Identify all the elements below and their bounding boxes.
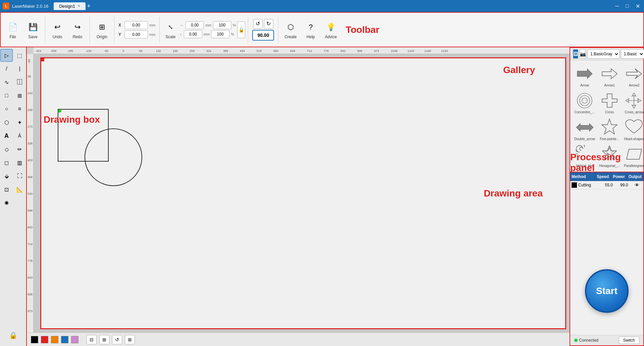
tab-close[interactable]: × [78, 4, 80, 8]
file-icon: 📄 [6, 20, 19, 34]
gallery-item-heart[interactable]: Heart-shaped [623, 117, 644, 142]
frames-btn[interactable]: ⊡ [0, 183, 13, 196]
svg-text:38: 38 [28, 75, 31, 78]
arrow-shape [576, 64, 594, 83]
svg-text:598: 598 [28, 209, 33, 212]
color-red[interactable] [41, 336, 48, 343]
gallery-dropdown-1[interactable]: 1.BasicGray [587, 49, 620, 59]
cross-arrow-shape [625, 91, 643, 110]
help-tool[interactable]: ? Help [301, 19, 320, 41]
design-tab[interactable]: Design1 × [54, 2, 86, 10]
svg-text:663: 663 [28, 226, 33, 229]
svg-text:259: 259 [190, 49, 195, 53]
tool-row-3: ∿ ⿰ [0, 75, 26, 89]
reset-btn[interactable]: ↺ [112, 335, 122, 344]
tool-row-4: □ ⊞ [0, 89, 26, 102]
color-blue[interactable] [61, 336, 68, 343]
x-row: X mm [118, 21, 155, 29]
curve-tool-btn[interactable]: ∿ [0, 76, 13, 89]
undo-tool[interactable]: ↩ Undo [48, 19, 67, 41]
gallery-item-arrow2[interactable]: Arrow2 [623, 63, 644, 89]
canvas-wrapper: -65 38 143 208 273 338 403 468 533 598 6… [27, 54, 570, 333]
lock-btn[interactable]: 🔒 [237, 21, 245, 38]
import-btn[interactable]: ⛶ [13, 170, 26, 182]
text-path-btn[interactable]: Ā [13, 129, 26, 142]
switch-button[interactable]: Switch [619, 337, 639, 344]
polygon-tool-btn[interactable]: ⬡ [0, 116, 13, 129]
concentric-shape [576, 91, 594, 110]
drawing-area[interactable]: Drawing box Drawing area [34, 54, 570, 333]
scale-tool[interactable]: ⤡ Scale [162, 20, 178, 40]
rotate-cw-btn[interactable]: ↻ [264, 19, 273, 28]
tool-row-1: ▷ ⬚ [0, 49, 26, 62]
text-tool-btn[interactable]: A [0, 129, 13, 142]
color-black[interactable] [31, 336, 38, 343]
fit-page-btn[interactable]: ⊟ [87, 335, 97, 344]
fill-tool-btn[interactable]: ▥ [13, 156, 26, 169]
copy-tool-btn[interactable]: ⿰ [13, 76, 26, 89]
scale-h-input[interactable] [184, 30, 202, 38]
tab-add[interactable]: + [87, 3, 91, 10]
zoom-sel-btn[interactable]: ⊞ [99, 335, 109, 344]
file-tool[interactable]: 📄 File [3, 19, 22, 41]
y-input[interactable] [124, 31, 148, 39]
gallery-item-cross[interactable]: Cross [598, 90, 621, 115]
origin-tool[interactable]: ⊞ Origin [93, 19, 111, 41]
gallery-item-concentric[interactable]: Concentric_... [573, 90, 596, 115]
diamond-tool-btn[interactable]: ◇ [0, 143, 13, 156]
color-purple[interactable] [71, 336, 78, 343]
color-orange[interactable] [51, 336, 58, 343]
star-tool-btn[interactable]: ✦ [13, 116, 26, 129]
layers-btn[interactable]: ⬙ [0, 170, 13, 182]
close-btn[interactable]: ✕ [634, 3, 641, 9]
maximize-btn[interactable]: □ [624, 3, 630, 9]
rotate-ccw-btn[interactable]: ↺ [253, 19, 263, 28]
minimize-btn[interactable]: ─ [614, 3, 620, 9]
gallery-item-cross-arrow[interactable]: Cross_arrow [623, 90, 644, 115]
arrow1-shape [600, 64, 619, 83]
grid-tool-btn[interactable]: ⊞ [13, 89, 26, 102]
node-edit-btn[interactable]: ⬚ [13, 49, 26, 62]
ruler-h-svg: -324 -259 -195 -130 -65 0 65 130 195 259… [34, 47, 570, 54]
gallery-cam-btn[interactable]: 📷 [580, 49, 586, 59]
proc-col-power: Power [611, 172, 627, 181]
gallery-item-double-arrow[interactable]: Double_arrow [573, 117, 596, 142]
gallery-item-star5[interactable]: Five-pointe... [598, 117, 621, 142]
proc-visible-btn[interactable]: 👁 [632, 182, 642, 188]
redo-tool[interactable]: ↪ Redo [68, 19, 87, 41]
scale-pct2: % [231, 32, 234, 36]
extra-btn[interactable] [13, 196, 26, 209]
grid-toggle-btn[interactable]: ⊞ [125, 335, 135, 344]
rotation-input[interactable] [252, 30, 274, 41]
gallery-dropdown-2[interactable]: 1.Basic [621, 49, 644, 59]
ellipse-tool-btn[interactable]: ○ [0, 103, 13, 115]
create-tool[interactable]: ⬡ Create [281, 19, 300, 41]
gallery-item-arrow1[interactable]: Arrow1 [598, 63, 621, 89]
scale-w-icon: ↔ [180, 23, 183, 27]
tool-row-2: / | [0, 62, 26, 75]
ruler-horizontal: -324 -259 -195 -130 -65 0 65 130 195 259… [34, 47, 570, 54]
rect-tool-btn[interactable]: □ [0, 89, 13, 102]
measure-btn[interactable]: 📐 [13, 183, 26, 196]
scale-w-input[interactable] [185, 21, 204, 29]
scale-mm1: mm [205, 23, 211, 27]
save-tool[interactable]: 💾 Save [23, 19, 42, 41]
select-tool-btn[interactable]: ▷ [0, 49, 13, 62]
ruler-vertical: -65 38 143 208 273 338 403 468 533 598 6… [27, 54, 34, 333]
x-input[interactable] [124, 21, 148, 29]
heart-shape [625, 118, 643, 136]
advice-tool[interactable]: 💡 Advice [321, 19, 340, 41]
start-button[interactable]: Start [585, 269, 629, 313]
burst-btn[interactable]: ✺ [0, 196, 13, 209]
scale-pct-w-input[interactable] [213, 21, 231, 29]
cut-tool-btn[interactable]: | [13, 62, 26, 75]
align-tool-btn[interactable]: ≡ [13, 103, 26, 115]
gallery-item-arrow[interactable]: Arrow [573, 63, 596, 89]
scale-pct-h-input[interactable] [211, 30, 229, 38]
gallery-view-btn[interactable]: 🖼 [573, 49, 578, 59]
lock-screen-btn[interactable]: 🔒 [9, 329, 18, 342]
pencil-tool-btn[interactable]: ✏ [13, 143, 26, 156]
gallery-header: 🖼 📷 1.BasicGray 1.Basic 🔍 [570, 48, 643, 60]
line-tool-btn[interactable]: / [0, 62, 13, 75]
eraser-tool-btn[interactable]: ◻ [0, 156, 13, 169]
